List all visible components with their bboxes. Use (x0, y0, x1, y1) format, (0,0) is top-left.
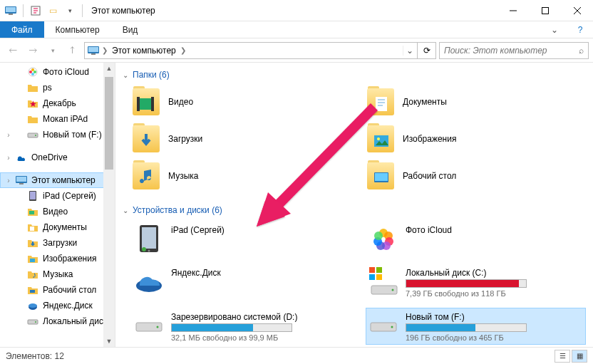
svg-text:♪: ♪ (32, 270, 36, 279)
forward-button[interactable]: 🡒 (24, 42, 41, 59)
nav-item[interactable]: Яндекс.Диск (0, 298, 115, 313)
group-header-folders[interactable]: ⌄ Папки (6) (123, 70, 586, 80)
expand-icon[interactable]: › (4, 177, 13, 184)
nav-item-label: Загрузки (43, 238, 77, 248)
svg-point-15 (35, 135, 36, 136)
pc-icon (16, 175, 27, 186)
status-bar: Элементов: 12 ☰ ▦ (0, 347, 593, 364)
search-icon[interactable]: ⌕ (579, 46, 584, 56)
status-text: Элементов: 12 (6, 351, 64, 361)
svg-rect-4 (542, 7, 548, 14)
svg-rect-21 (29, 211, 34, 214)
expand-icon[interactable]: › (4, 131, 13, 139)
nav-item[interactable]: ›OneDrive (0, 150, 115, 165)
svg-point-12 (29, 71, 32, 73)
drive-label: iPad (Сергей) (171, 225, 349, 235)
recent-dropdown[interactable]: ▾ (44, 42, 61, 59)
svg-point-29 (35, 321, 36, 323)
qat-properties-icon[interactable] (28, 3, 43, 19)
qat-new-folder-icon[interactable]: ▭ (45, 3, 61, 19)
chevron-down-icon[interactable]: ⌄ (123, 207, 128, 214)
drive-item[interactable]: Новый том (F:)196 ГБ свободно из 465 ГБ (366, 308, 586, 345)
nav-item[interactable]: Локальный диск ( (0, 313, 115, 329)
folder-label: Загрузки (168, 134, 202, 144)
nav-item[interactable]: Загрузки (0, 235, 115, 251)
scroll-up-icon[interactable]: ▲ (103, 63, 115, 74)
details-view-button[interactable]: ☰ (555, 350, 570, 363)
drive-item[interactable]: Локальный диск (C:)7,39 ГБ свободно из 1… (366, 264, 586, 301)
svg-rect-1 (6, 7, 16, 12)
nav-item[interactable]: ›Этот компьютер (0, 172, 115, 188)
drive-label: Зарезервировано системой (D:) (171, 312, 349, 322)
qat-dropdown-icon[interactable]: ▾ (62, 3, 78, 19)
nav-item-label: ps (43, 83, 52, 93)
nav-scrollbar[interactable]: ▲ ▼ (103, 63, 115, 347)
chevron-down-icon[interactable]: ⌄ (123, 71, 128, 79)
window-title: Этот компьютер (88, 6, 155, 16)
folder-icon (27, 113, 38, 125)
ipad-icon (27, 190, 38, 202)
nav-item[interactable]: iPad (Сергей) (0, 188, 115, 204)
music-icon: ♪ (27, 269, 38, 280)
breadcrumb[interactable]: ❯ Этот компьютер ❯ ⌄ (84, 42, 418, 59)
desktop-icon (27, 284, 38, 296)
svg-point-41 (142, 247, 146, 251)
minimize-button[interactable] (497, 0, 529, 21)
nav-item[interactable]: Документы (0, 219, 115, 235)
photos-icon (27, 66, 38, 78)
folder-icon (27, 82, 38, 93)
nav-item[interactable]: ♪Музыка (0, 266, 115, 282)
folder-item[interactable]: Загрузки (131, 123, 351, 155)
chevron-right-icon[interactable]: ❯ (100, 46, 109, 54)
nav-item[interactable]: Мокап iPAd (0, 111, 115, 127)
ribbon-expand-icon[interactable]: ⌄ (542, 21, 567, 38)
back-button[interactable]: 🡐 (4, 42, 21, 59)
folder-item[interactable]: Изображения (366, 123, 586, 155)
nav-item[interactable]: ps (0, 80, 115, 95)
search-box[interactable]: ⌕ (439, 42, 589, 59)
images-icon (27, 253, 38, 264)
nav-item[interactable]: Рабочий стол (0, 282, 115, 298)
nav-item-label: Этот компьютер (31, 175, 96, 185)
drive-icon (368, 311, 398, 340)
folder-item[interactable]: Рабочий стол (366, 160, 586, 192)
nav-item[interactable]: ›Новый том (F:) (0, 127, 115, 142)
folder-item[interactable]: Документы (366, 85, 586, 118)
expand-icon[interactable]: › (4, 154, 13, 162)
drive-item[interactable]: Зарезервировано системой (D:)32,1 МБ сво… (131, 308, 351, 345)
drive-item[interactable]: Яндекс.Диск (131, 264, 351, 301)
scroll-down-icon[interactable]: ▼ (103, 336, 115, 347)
up-button[interactable]: 🡑 (64, 42, 81, 59)
nav-item[interactable]: Фото iCloud (0, 64, 115, 80)
ribbon-tab-computer[interactable]: Компьютер (44, 21, 111, 38)
tiles-view-button[interactable]: ▦ (572, 350, 587, 363)
folder-label: Видео (168, 97, 193, 107)
close-button[interactable] (561, 0, 593, 21)
folder-item[interactable]: Видео (131, 85, 351, 118)
drive-item[interactable]: iPad (Сергей) (131, 221, 351, 256)
svg-rect-23 (30, 259, 35, 262)
address-dropdown-icon[interactable]: ⌄ (403, 46, 416, 56)
photos-icon (368, 224, 398, 254)
help-icon[interactable]: ? (567, 21, 593, 38)
ribbon-tab-view[interactable]: Вид (111, 21, 150, 38)
nav-item[interactable]: ★Декабрь (0, 95, 115, 111)
group-header-drives[interactable]: ⌄ Устройства и диски (6) (123, 205, 586, 215)
maximize-button[interactable] (529, 0, 561, 21)
nav-item[interactable]: Видео (0, 204, 115, 219)
svg-rect-17 (16, 177, 26, 182)
scroll-thumb[interactable] (105, 77, 113, 170)
drive-item[interactable]: Фото iCloud (366, 221, 586, 256)
search-input[interactable] (444, 46, 579, 56)
chevron-right-icon[interactable]: ❯ (179, 46, 187, 54)
folder-item[interactable]: Музыка (131, 160, 351, 192)
refresh-button[interactable]: ⟳ (418, 42, 436, 59)
nav-item[interactable]: Изображения (0, 251, 115, 266)
drive-free-text: 7,39 ГБ свободно из 118 ГБ (406, 289, 583, 298)
breadcrumb-item[interactable]: Этот компьютер (109, 46, 179, 56)
svg-point-48 (374, 232, 383, 240)
docs-icon (27, 222, 38, 233)
nav-item-label: Фото iCloud (43, 67, 89, 77)
svg-rect-39 (142, 227, 156, 249)
file-tab[interactable]: Файл (0, 21, 44, 38)
